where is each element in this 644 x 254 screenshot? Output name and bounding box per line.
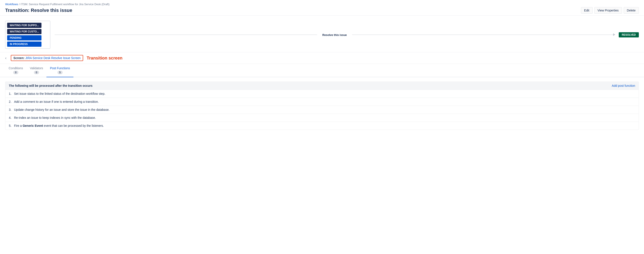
transition-screen-label: Transition screen <box>86 56 122 61</box>
page-title: Transition: Resolve this issue <box>5 8 72 13</box>
function-number-3: 3. <box>9 108 14 111</box>
tab-validators[interactable]: Validators 0 <box>26 64 46 77</box>
function-number-5: 5. <box>9 124 14 128</box>
tab-post-functions[interactable]: Post Functions 5 <box>46 64 74 77</box>
function-text-3: Update change history for an issue and s… <box>14 108 635 111</box>
page-header: Workflows / ITSM: Service Request Fulfil… <box>0 0 644 16</box>
screen-label-box: Screen: JIRA Service Desk Resolve Issue … <box>11 55 83 61</box>
tab-conditions-label: Conditions <box>9 66 23 70</box>
state-waiting-customer: WAITING FOR CUSTO... <box>7 29 42 34</box>
tabs-section: Conditions 0 Validators 0 Post Functions… <box>0 64 644 77</box>
view-properties-button[interactable]: View Properties <box>594 7 622 14</box>
back-arrow-icon[interactable]: ‹ <box>5 56 6 60</box>
tab-validators-count: 0 <box>34 71 39 74</box>
breadcrumb: Workflows / ITSM: Service Request Fulfil… <box>5 3 639 6</box>
generic-event-bold: Generic Event <box>23 124 43 128</box>
state-waiting-support: WAITING FOR SUPPO... <box>7 23 42 28</box>
header-actions: Edit View Properties Delete <box>581 7 639 14</box>
add-post-function-link[interactable]: Add post function <box>612 84 635 87</box>
content-area: The following will be processed after th… <box>0 77 644 134</box>
screen-section: ‹ Screen: JIRA Service Desk Resolve Issu… <box>0 52 644 64</box>
breadcrumb-workflows-link[interactable]: Workflows <box>5 3 18 6</box>
tab-post-functions-label: Post Functions <box>50 66 70 70</box>
tab-conditions[interactable]: Conditions 0 <box>5 64 26 77</box>
state-pending: PENDING <box>7 35 42 41</box>
function-number-2: 2. <box>9 100 14 103</box>
header-row: Transition: Resolve this issue Edit View… <box>5 7 639 14</box>
state-in-progress: IN PROGRESS <box>7 42 42 47</box>
function-number-1: 1. <box>9 92 14 95</box>
screen-key-label: Screen: <box>14 56 24 60</box>
edit-button[interactable]: Edit <box>581 7 592 14</box>
delete-button[interactable]: Delete <box>624 7 639 14</box>
functions-header: The following will be processed after th… <box>6 82 638 90</box>
function-number-4: 4. <box>9 116 14 119</box>
function-text-4: Re-index an issue to keep indexes in syn… <box>14 116 635 119</box>
tab-conditions-count: 0 <box>13 71 18 74</box>
breadcrumb-separator: / <box>19 3 20 6</box>
resolved-badge: RESOLVED <box>619 32 639 37</box>
table-row: 1. Set issue status to the linked status… <box>6 90 638 98</box>
diagram-content: WAITING FOR SUPPO... WAITING FOR CUSTO..… <box>5 21 639 49</box>
table-row: 2. Add a comment to an issue if one is e… <box>6 98 638 106</box>
functions-table: The following will be processed after th… <box>5 82 639 130</box>
breadcrumb-current: ITSM: Service Request Fulfilment workflo… <box>20 3 110 6</box>
workflow-diagram: WAITING FOR SUPPO... WAITING FOR CUSTO..… <box>0 16 644 52</box>
table-row: 3. Update change history for an issue an… <box>6 106 638 114</box>
tab-post-functions-count: 5 <box>58 71 63 74</box>
function-text-2: Add a comment to an issue if one is ente… <box>14 100 635 103</box>
function-text-5: Fire a Generic Event event that can be p… <box>14 124 635 128</box>
functions-header-text: The following will be processed after th… <box>9 84 92 87</box>
tab-validators-label: Validators <box>30 66 43 70</box>
screen-name-link[interactable]: JIRA Service Desk Resolve Issue Screen <box>25 56 80 60</box>
function-text-1: Set issue status to the linked status of… <box>14 92 635 95</box>
table-row: 5. Fire a Generic Event event that can b… <box>6 122 638 130</box>
transition-label: Resolve this issue <box>320 33 349 37</box>
svg-marker-0 <box>613 33 615 36</box>
table-row: 4. Re-index an issue to keep indexes in … <box>6 114 638 122</box>
